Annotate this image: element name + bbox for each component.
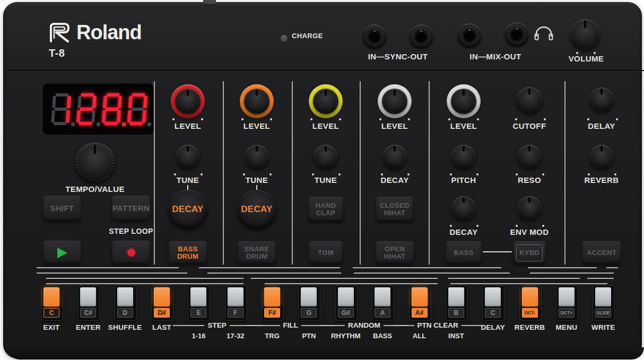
bass-drum-button[interactable]: BASS DRUM: [169, 241, 207, 264]
tempo-value-knob[interactable]: [75, 143, 115, 183]
record-icon: [127, 249, 135, 257]
tom-tune-knob[interactable]: [314, 145, 338, 169]
key-note-label: SLIDE: [595, 308, 611, 318]
display-digit: [50, 92, 72, 126]
bass-pitch-knob[interactable]: [451, 145, 476, 169]
key-pad: [264, 287, 280, 306]
group-title: RANDOM: [348, 321, 380, 329]
step-loop-label: STEP LOOP: [99, 227, 163, 235]
brand-name: Roland: [76, 21, 142, 44]
reverb-knob[interactable]: [589, 145, 614, 169]
key-note-label: A: [375, 308, 390, 318]
snare-drum-level-label: LEVEL: [233, 121, 281, 130]
mix-in-jack: [457, 23, 482, 48]
env-mod-knob[interactable]: [517, 196, 542, 221]
mix-out-jack: [504, 22, 529, 47]
snare-drum-level-knob[interactable]: [244, 89, 269, 114]
pattern-button[interactable]: PATTERN: [112, 196, 150, 221]
bass-pitch-label: PITCH: [440, 175, 488, 185]
accent-button[interactable]: ACCENT: [582, 241, 621, 264]
key-pad: [117, 287, 133, 306]
snare-drum-decay-button[interactable]: DECAY: [237, 190, 276, 229]
bass-drum-tune-knob[interactable]: [176, 145, 200, 169]
play-icon: [57, 248, 67, 258]
key-pad: [485, 287, 501, 306]
kybd-button[interactable]: KYBD: [513, 241, 546, 264]
key-pad: [448, 287, 464, 306]
tom-label: TOM: [318, 249, 334, 257]
snare-drum-label-line2: DRUM: [246, 253, 267, 260]
step-key-8-g[interactable]: G: [298, 285, 320, 321]
hand-clap-label-line2: CLAP: [316, 209, 336, 217]
key-note-label: E: [190, 308, 206, 318]
step-key-15-oct+[interactable]: OCT+: [556, 285, 578, 321]
key-note-label: D: [117, 308, 133, 318]
t8-device-body: Roland T-8 CHARGE IN—SYNC-OUT IN—MIX-OUT…: [3, 2, 642, 358]
key-pad: [154, 287, 170, 306]
charge-label: CHARGE: [292, 32, 340, 40]
sync-out-jack: [409, 24, 433, 49]
shift-button[interactable]: SHIFT: [43, 196, 81, 221]
bass-drum-decay-button-label: DECAY: [172, 204, 203, 215]
env-mod-label: ENV MOD: [503, 227, 556, 236]
bass-decay-knob[interactable]: [451, 196, 476, 221]
step-key-4-d#[interactable]: D#: [151, 285, 173, 321]
bass-level-label: LEVEL: [440, 121, 488, 130]
key-pad: [228, 287, 243, 306]
tom-button[interactable]: TOM: [309, 241, 343, 264]
power-switch-tab: [203, 0, 216, 5]
delay-label: DELAY: [578, 121, 625, 130]
display-digit: [101, 92, 123, 126]
volume-label: VOLUME: [554, 54, 618, 63]
bass-label: BASS: [454, 249, 473, 257]
bass-reso-label: RESO: [506, 175, 553, 185]
bass-drum-label-line1: BASS: [178, 245, 197, 253]
step-key-7-f#[interactable]: F#: [262, 285, 284, 321]
step-key-11-a#[interactable]: A#: [409, 285, 431, 321]
hand-clap-button[interactable]: HAND CLAP: [308, 197, 343, 222]
group-sub-label: INST: [431, 332, 482, 340]
key-pad: [412, 287, 428, 306]
step-key-1-c[interactable]: C: [41, 285, 63, 321]
key-note-label: C: [43, 308, 59, 318]
bass-reso-knob[interactable]: [517, 145, 542, 169]
bass-button[interactable]: BASS: [446, 241, 482, 264]
roland-logo: Roland: [47, 21, 142, 44]
record-button[interactable]: [112, 241, 150, 264]
key-pad: [595, 287, 611, 306]
hihat-level-knob[interactable]: [382, 89, 407, 114]
delay-knob[interactable]: [589, 87, 614, 112]
key-note-label: G: [301, 308, 317, 318]
closed-hihat-button[interactable]: CLOSED HIHAT: [376, 197, 413, 222]
charge-led: [281, 35, 288, 42]
snare-drum-button[interactable]: SNARE DRUM: [238, 241, 276, 264]
tom-level-knob[interactable]: [313, 89, 338, 114]
key-pad: [375, 287, 390, 306]
hihat-decay-knob[interactable]: [382, 145, 407, 169]
step-key-16-slide[interactable]: SLIDE: [593, 285, 615, 321]
step-key-9-g#[interactable]: G#: [335, 285, 358, 321]
bass-drum-level-knob[interactable]: [175, 89, 201, 114]
step-key-13-c[interactable]: C: [482, 285, 504, 321]
step-key-6-f[interactable]: F: [225, 285, 247, 321]
step-key-10-a[interactable]: A: [372, 285, 394, 321]
shift-button-label: SHIFT: [50, 204, 74, 213]
bass-drum-decay-button[interactable]: DECAY: [168, 190, 207, 229]
group-title: PTN CLEAR: [417, 321, 458, 329]
open-hihat-button[interactable]: OPEN HIHAT: [376, 241, 414, 264]
cutoff-knob[interactable]: [516, 87, 543, 113]
step-key-12-b[interactable]: B: [446, 285, 468, 321]
key-pad: [80, 287, 96, 306]
snare-drum-tune-knob[interactable]: [245, 145, 269, 169]
accent-label: ACCENT: [587, 249, 616, 257]
bass-level-knob[interactable]: [451, 89, 476, 114]
step-key-14-oct-[interactable]: OCT-: [519, 285, 542, 321]
sync-label: IN—SYNC-OUT: [355, 52, 440, 61]
volume-knob[interactable]: [570, 19, 601, 50]
play-button[interactable]: [43, 241, 81, 264]
tom-level-label: LEVEL: [302, 121, 350, 130]
headphones-icon: [534, 25, 554, 41]
step-key-5-e[interactable]: E: [188, 285, 210, 321]
step-key-2-c#[interactable]: C#: [77, 285, 100, 321]
step-key-3-d[interactable]: D: [115, 285, 137, 321]
